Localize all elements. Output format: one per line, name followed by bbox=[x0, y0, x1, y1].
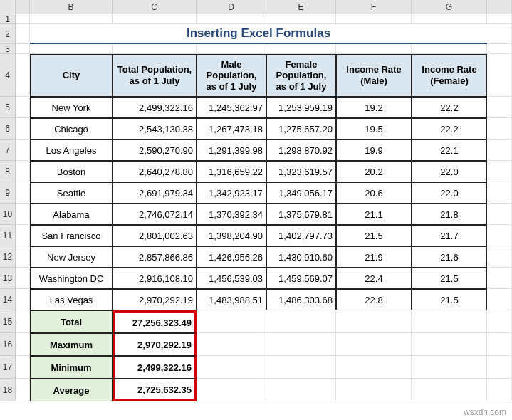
cell-A3[interactable] bbox=[16, 44, 30, 54]
cell-F3[interactable] bbox=[336, 44, 412, 54]
cell-E3[interactable] bbox=[266, 44, 336, 54]
cell-income-female[interactable]: 22.2 bbox=[412, 97, 487, 118]
cell-G1[interactable] bbox=[412, 14, 487, 24]
cell-total[interactable]: 2,970,292.19 bbox=[113, 289, 197, 310]
cell-A17[interactable] bbox=[16, 356, 30, 379]
cell-city[interactable]: Los Angeles bbox=[30, 140, 113, 161]
summary-value[interactable]: 27,256,323.49 bbox=[113, 310, 197, 333]
col-header-F[interactable]: F bbox=[336, 0, 412, 14]
cell-A11[interactable] bbox=[16, 225, 30, 246]
cell-A2[interactable] bbox=[16, 24, 30, 44]
row-header-4[interactable]: 4 bbox=[0, 54, 16, 97]
row-header-9[interactable]: 9 bbox=[0, 182, 16, 204]
row-header-10[interactable]: 10 bbox=[0, 204, 16, 225]
cell-E16[interactable] bbox=[266, 333, 336, 356]
cell-G16[interactable] bbox=[412, 333, 487, 356]
cell-female[interactable]: 1,323,619.57 bbox=[266, 161, 336, 182]
cell-total[interactable]: 2,916,108.10 bbox=[113, 268, 197, 289]
cell-female[interactable]: 1,430,910.60 bbox=[266, 246, 336, 268]
cell-A7[interactable] bbox=[16, 140, 30, 161]
cell-F1[interactable] bbox=[336, 14, 412, 24]
row-header-7[interactable]: 7 bbox=[0, 140, 16, 161]
summary-label[interactable]: Total bbox=[30, 310, 113, 333]
corner-cell[interactable] bbox=[0, 0, 16, 14]
cell-city[interactable]: Las Vegas bbox=[30, 289, 113, 310]
cell-A18[interactable] bbox=[16, 379, 30, 401]
cell-A4[interactable] bbox=[16, 54, 30, 97]
cell-female[interactable]: 1,349,056.17 bbox=[266, 182, 336, 204]
cell-female[interactable]: 1,459,569.07 bbox=[266, 268, 336, 289]
cell-income-male[interactable]: 19.2 bbox=[336, 97, 412, 118]
row-header-1[interactable]: 1 bbox=[0, 14, 16, 24]
cell-male[interactable]: 1,398,204.90 bbox=[197, 225, 266, 246]
cell-D18[interactable] bbox=[197, 379, 266, 401]
cell-income-female[interactable]: 22.0 bbox=[412, 161, 487, 182]
cell-D3[interactable] bbox=[197, 44, 266, 54]
cell-income-female[interactable]: 22.2 bbox=[412, 118, 487, 140]
col-header-C[interactable]: C bbox=[113, 0, 197, 14]
cell-male[interactable]: 1,291,399.98 bbox=[197, 140, 266, 161]
row-header-6[interactable]: 6 bbox=[0, 118, 16, 140]
cell-male[interactable]: 1,342,923.17 bbox=[197, 182, 266, 204]
cell-city[interactable]: Washington DC bbox=[30, 268, 113, 289]
cell-B3[interactable] bbox=[30, 44, 113, 54]
cell-female[interactable]: 1,486,303.68 bbox=[266, 289, 336, 310]
cell-total[interactable]: 2,499,322.16 bbox=[113, 97, 197, 118]
row-header-11[interactable]: 11 bbox=[0, 225, 16, 246]
summary-label[interactable]: Maximum bbox=[30, 333, 113, 356]
cell-F18[interactable] bbox=[336, 379, 412, 401]
cell-male[interactable]: 1,245,362.97 bbox=[197, 97, 266, 118]
cell-city[interactable]: San Francisco bbox=[30, 225, 113, 246]
cell-F17[interactable] bbox=[336, 356, 412, 379]
cell-A12[interactable] bbox=[16, 246, 30, 268]
cell-city[interactable]: New York bbox=[30, 97, 113, 118]
cell-total[interactable]: 2,691,979.34 bbox=[113, 182, 197, 204]
cell-income-male[interactable]: 22.4 bbox=[336, 268, 412, 289]
header-income-female[interactable]: Income Rate (Female) bbox=[412, 54, 487, 97]
row-header-12[interactable]: 12 bbox=[0, 246, 16, 268]
cell-C1[interactable] bbox=[113, 14, 197, 24]
cell-D17[interactable] bbox=[197, 356, 266, 379]
cell-income-male[interactable]: 21.1 bbox=[336, 204, 412, 225]
summary-label[interactable]: Minimum bbox=[30, 356, 113, 379]
summary-value[interactable]: 2,970,292.19 bbox=[113, 333, 197, 356]
cell-city[interactable]: New Jersey bbox=[30, 246, 113, 268]
cell-F16[interactable] bbox=[336, 333, 412, 356]
cell-income-male[interactable]: 19.5 bbox=[336, 118, 412, 140]
cell-female[interactable]: 1,275,657.20 bbox=[266, 118, 336, 140]
cell-total[interactable]: 2,543,130.38 bbox=[113, 118, 197, 140]
cell-female[interactable]: 1,402,797.73 bbox=[266, 225, 336, 246]
cell-A5[interactable] bbox=[16, 97, 30, 118]
cell-female[interactable]: 1,298,870.92 bbox=[266, 140, 336, 161]
cell-male[interactable]: 1,370,392.34 bbox=[197, 204, 266, 225]
cell-B1[interactable] bbox=[30, 14, 113, 24]
cell-male[interactable]: 1,316,659.22 bbox=[197, 161, 266, 182]
cell-city[interactable]: Seattle bbox=[30, 182, 113, 204]
header-city[interactable]: City bbox=[30, 54, 113, 97]
cell-income-female[interactable]: 21.6 bbox=[412, 246, 487, 268]
cell-A10[interactable] bbox=[16, 204, 30, 225]
cell-income-male[interactable]: 21.5 bbox=[336, 225, 412, 246]
cell-A9[interactable] bbox=[16, 182, 30, 204]
cell-male[interactable]: 1,426,956.26 bbox=[197, 246, 266, 268]
summary-value[interactable]: 2,725,632.35 bbox=[113, 379, 197, 401]
col-header-E[interactable]: E bbox=[266, 0, 336, 14]
cell-income-male[interactable]: 20.2 bbox=[336, 161, 412, 182]
cell-female[interactable]: 1,253,959.19 bbox=[266, 97, 336, 118]
cell-F15[interactable] bbox=[336, 310, 412, 333]
row-header-13[interactable]: 13 bbox=[0, 268, 16, 289]
cell-male[interactable]: 1,267,473.18 bbox=[197, 118, 266, 140]
cell-A6[interactable] bbox=[16, 118, 30, 140]
row-header-17[interactable]: 17 bbox=[0, 356, 16, 379]
col-header-B[interactable]: B bbox=[30, 0, 113, 14]
row-header-14[interactable]: 14 bbox=[0, 289, 16, 310]
cell-income-female[interactable]: 21.5 bbox=[412, 289, 487, 310]
cell-E18[interactable] bbox=[266, 379, 336, 401]
summary-label[interactable]: Average bbox=[30, 379, 113, 401]
cell-income-female[interactable]: 22.0 bbox=[412, 182, 487, 204]
cell-A1[interactable] bbox=[16, 14, 30, 24]
cell-male[interactable]: 1,456,539.03 bbox=[197, 268, 266, 289]
cell-total[interactable]: 2,590,270.90 bbox=[113, 140, 197, 161]
col-header-D[interactable]: D bbox=[197, 0, 266, 14]
row-header-2[interactable]: 2 bbox=[0, 24, 16, 44]
